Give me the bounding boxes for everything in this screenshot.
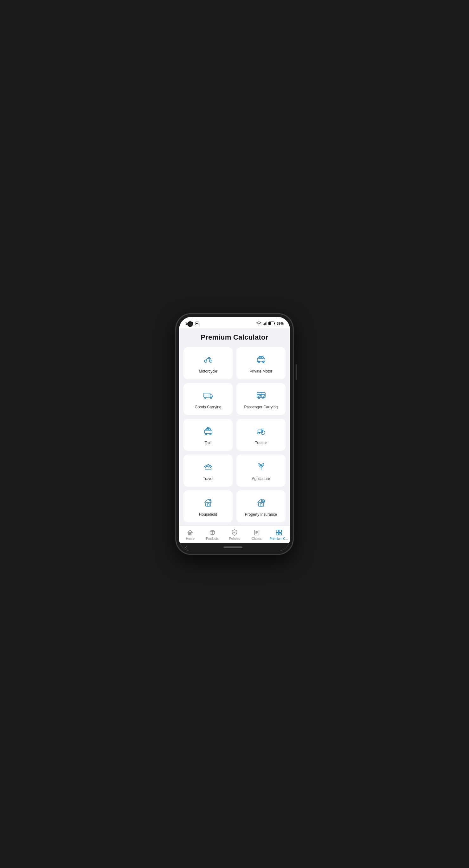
svg-rect-0 xyxy=(195,322,199,325)
nav-home[interactable]: Home xyxy=(179,528,201,541)
signal-icon xyxy=(263,321,267,326)
battery-icon xyxy=(268,321,275,326)
household-icon xyxy=(203,497,213,509)
svg-rect-53 xyxy=(279,530,282,532)
insurance-grid: Motorcycle Private Motor xyxy=(183,347,286,522)
svg-rect-32 xyxy=(207,427,209,428)
svg-point-19 xyxy=(210,397,211,399)
claims-nav-label: Claims xyxy=(252,537,262,540)
svg-rect-46 xyxy=(188,532,192,535)
wifi-icon xyxy=(256,321,261,326)
motorcycle-icon xyxy=(203,354,213,366)
goods-carrying-card[interactable]: Goods Carrying xyxy=(183,383,233,415)
svg-point-31 xyxy=(209,433,211,435)
private-motor-card[interactable]: Private Motor xyxy=(236,347,286,379)
status-bar: 3:47 xyxy=(179,317,290,328)
phone-screen: 3:47 xyxy=(179,317,290,551)
home-indicator-bar: ‹ xyxy=(179,543,290,551)
svg-rect-9 xyxy=(269,322,271,325)
home-nav-label: Home xyxy=(186,537,195,540)
svg-rect-16 xyxy=(261,357,263,358)
goods-carrying-label: Goods Carrying xyxy=(195,405,221,409)
tractor-label: Tractor xyxy=(255,441,267,445)
property-insurance-label: Property Insurance xyxy=(245,512,277,517)
svg-rect-47 xyxy=(189,533,191,535)
svg-rect-5 xyxy=(265,322,266,326)
taxi-label: Taxi xyxy=(205,441,211,445)
agriculture-label: Agriculture xyxy=(252,476,270,481)
svg-point-22 xyxy=(258,398,259,399)
private-motor-label: Private Motor xyxy=(250,369,272,373)
premium-calc-nav-label: Premium C... xyxy=(270,537,288,540)
svg-rect-43 xyxy=(259,502,264,506)
truck-icon xyxy=(203,390,213,402)
svg-rect-8 xyxy=(274,323,275,324)
page-title: Premium Calculator xyxy=(183,333,286,341)
nav-policies[interactable]: Policies xyxy=(224,528,245,541)
svg-rect-52 xyxy=(276,530,279,532)
travel-card[interactable]: Travel xyxy=(183,455,233,487)
svg-rect-34 xyxy=(208,429,210,430)
volume-button xyxy=(296,364,297,380)
svg-rect-6 xyxy=(266,321,267,326)
svg-rect-2 xyxy=(198,323,198,324)
tractor-card[interactable]: Tractor xyxy=(236,419,286,451)
policies-nav-label: Policies xyxy=(229,537,240,540)
svg-rect-27 xyxy=(263,395,264,396)
home-pill[interactable] xyxy=(224,547,242,548)
back-arrow[interactable]: ‹ xyxy=(185,545,187,550)
sim-icon xyxy=(195,321,199,326)
status-icons: 39% xyxy=(256,321,284,326)
travel-icon xyxy=(203,462,213,473)
household-label: Household xyxy=(199,512,217,517)
main-content: Premium Calculator Motorcycle xyxy=(179,328,290,526)
motorcycle-label: Motorcycle xyxy=(199,369,217,373)
svg-rect-15 xyxy=(259,357,261,358)
svg-point-18 xyxy=(204,397,206,399)
agriculture-icon xyxy=(256,462,266,473)
passenger-carrying-label: Passenger Carrying xyxy=(244,405,277,409)
travel-label: Travel xyxy=(203,476,213,481)
nav-products[interactable]: Products xyxy=(201,528,224,541)
nav-premium-calculator[interactable]: Premium C... xyxy=(268,528,290,541)
products-nav-icon xyxy=(209,529,216,536)
svg-rect-54 xyxy=(276,533,279,535)
svg-rect-3 xyxy=(263,324,264,326)
svg-rect-25 xyxy=(258,395,259,396)
car-icon xyxy=(256,354,266,366)
svg-point-35 xyxy=(261,431,265,435)
svg-rect-4 xyxy=(264,323,265,326)
claims-nav-icon xyxy=(253,529,260,536)
policies-nav-icon xyxy=(231,529,238,536)
property-insurance-card[interactable]: Property Insurance xyxy=(236,490,286,522)
camera-notch xyxy=(187,321,193,327)
household-card[interactable]: Household xyxy=(183,490,233,522)
svg-rect-1 xyxy=(196,323,197,324)
products-nav-label: Products xyxy=(206,537,218,540)
agriculture-card[interactable]: Agriculture xyxy=(236,455,286,487)
svg-point-23 xyxy=(262,398,264,399)
tractor-icon xyxy=(256,426,266,437)
taxi-card[interactable]: Taxi xyxy=(183,419,233,451)
nav-claims[interactable]: Claims xyxy=(245,528,268,541)
taxi-icon xyxy=(203,426,213,437)
premium-calc-nav-icon xyxy=(275,529,282,536)
bus-icon xyxy=(256,390,266,402)
property-icon xyxy=(256,497,266,509)
bottom-navigation: Home Products Policies xyxy=(179,526,290,543)
svg-point-30 xyxy=(205,433,207,435)
phone-frame: 3:47 xyxy=(176,314,293,554)
home-nav-icon xyxy=(187,529,194,536)
motorcycle-card[interactable]: Motorcycle xyxy=(183,347,233,379)
svg-rect-29 xyxy=(204,430,212,433)
svg-rect-33 xyxy=(206,429,208,430)
svg-rect-26 xyxy=(261,395,262,396)
passenger-carrying-card[interactable]: Passenger Carrying xyxy=(236,383,286,415)
battery-percent: 39% xyxy=(277,321,284,326)
svg-rect-42 xyxy=(207,504,209,506)
svg-rect-41 xyxy=(206,502,211,506)
svg-rect-44 xyxy=(260,504,262,506)
